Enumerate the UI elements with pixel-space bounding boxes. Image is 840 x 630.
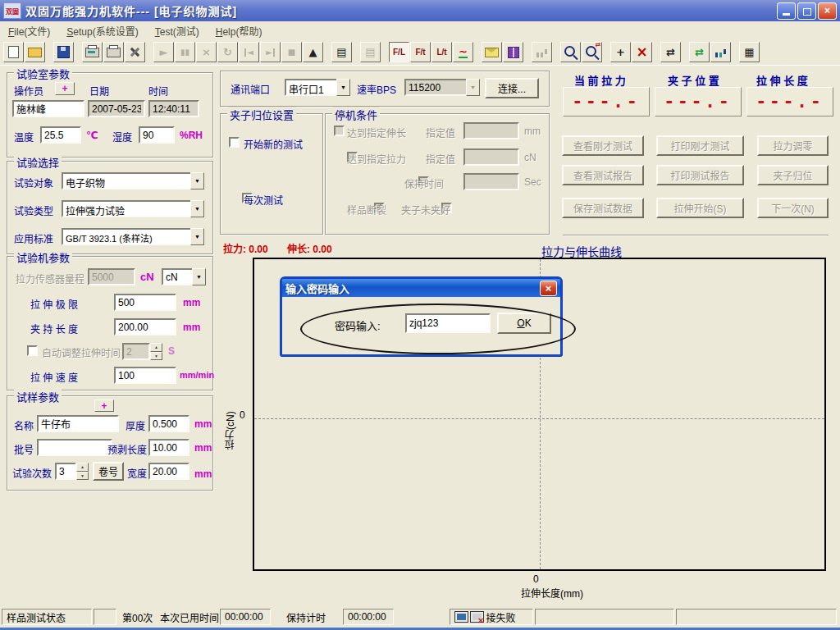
humidity-input[interactable] bbox=[139, 126, 175, 144]
chevron-down-icon[interactable]: ▼ bbox=[466, 79, 480, 96]
zoom-refresh-button[interactable] bbox=[582, 42, 602, 62]
new-button[interactable] bbox=[3, 42, 24, 62]
temp-input[interactable] bbox=[40, 126, 81, 144]
chevron-down-icon[interactable]: ▼ bbox=[190, 228, 204, 245]
grid-button[interactable]: ▦ bbox=[739, 42, 760, 62]
add-specimen-button[interactable]: + bbox=[94, 399, 114, 412]
status-panel-empty bbox=[94, 609, 116, 625]
add-operator-button[interactable]: + bbox=[55, 82, 75, 95]
dialog-title-bar[interactable]: 输入密码输入 × bbox=[282, 279, 560, 297]
menu-file[interactable]: File(文件) bbox=[0, 22, 58, 39]
new-test-label: 开始新的测试 bbox=[244, 137, 303, 151]
test-type-select[interactable]: 拉伸强力试验 ▼ bbox=[62, 200, 204, 217]
spin-down-icon[interactable]: ▼ bbox=[150, 352, 162, 361]
time-field[interactable] bbox=[148, 100, 199, 117]
spin-up-icon[interactable]: ▲ bbox=[76, 463, 89, 472]
go-last-button[interactable]: ► bbox=[260, 42, 281, 62]
auto-adjust-input[interactable] bbox=[122, 343, 150, 360]
transfer-button[interactable]: ⇄ bbox=[660, 42, 681, 62]
curve-color-button[interactable]: ~ bbox=[453, 42, 473, 62]
curve-lt-button[interactable]: L/t bbox=[431, 42, 452, 62]
standard-select[interactable]: GB/T 3923.1 (条样法) ▼ bbox=[62, 228, 204, 245]
clamp-home-button[interactable]: 夹子归位 bbox=[757, 165, 829, 185]
print-preview-button[interactable] bbox=[82, 42, 103, 62]
go-first-button[interactable]: ◄ bbox=[239, 42, 259, 62]
chevron-down-icon[interactable]: ▼ bbox=[336, 79, 350, 96]
print-report-button[interactable]: 打印测试报告 bbox=[656, 165, 744, 185]
view-report-button[interactable]: 查看测试报告 bbox=[562, 165, 644, 185]
curve-ft-button[interactable]: F/t bbox=[410, 42, 431, 62]
spin-down-icon[interactable]: ▼ bbox=[76, 472, 89, 481]
dialog-close-button[interactable]: × bbox=[540, 281, 557, 296]
print-last-test-button[interactable]: 打印刚才测试 bbox=[656, 135, 744, 156]
properties-button[interactable]: ▤ bbox=[360, 42, 381, 62]
test-count-spinner[interactable]: ▲▼ bbox=[76, 463, 89, 480]
new-test-checkbox[interactable] bbox=[229, 137, 240, 148]
width-input[interactable] bbox=[148, 463, 189, 480]
stretch-limit-input[interactable] bbox=[114, 294, 176, 311]
tools-button[interactable] bbox=[125, 42, 145, 62]
save-test-data-button[interactable]: 保存测试数据 bbox=[562, 198, 644, 218]
baud-select[interactable]: 115200 ▼ bbox=[404, 79, 480, 96]
restore-button[interactable] bbox=[797, 2, 816, 20]
date-field[interactable] bbox=[88, 100, 145, 117]
chevron-down-icon[interactable]: ▼ bbox=[192, 268, 206, 285]
peel-length-input[interactable] bbox=[148, 439, 189, 456]
cancel-button[interactable]: × bbox=[196, 42, 217, 62]
hold-time-input[interactable] bbox=[463, 173, 519, 190]
menu-setup[interactable]: Setup(系统设置) bbox=[58, 22, 146, 39]
force-unit: cN bbox=[524, 152, 536, 163]
minimize-button[interactable] bbox=[777, 2, 796, 20]
stretch-speed-input[interactable] bbox=[114, 367, 176, 384]
zoom-button[interactable] bbox=[560, 42, 581, 62]
test-object-select[interactable]: 电子织物 ▼ bbox=[62, 172, 204, 189]
operator-input[interactable] bbox=[12, 100, 84, 117]
delete-button[interactable]: × bbox=[632, 42, 652, 62]
menu-test[interactable]: Test(测试) bbox=[147, 22, 208, 39]
test-count-input[interactable] bbox=[55, 463, 76, 480]
stop-button[interactable]: ■ bbox=[281, 42, 302, 62]
close-button[interactable]: × bbox=[818, 2, 837, 20]
chevron-down-icon[interactable]: ▼ bbox=[190, 172, 204, 189]
menu-help[interactable]: Help(帮助) bbox=[208, 22, 271, 39]
batch-input[interactable] bbox=[37, 439, 112, 456]
open-button[interactable] bbox=[25, 42, 45, 62]
roll-number-button[interactable]: 卷号 bbox=[93, 462, 124, 481]
grip-length-input[interactable] bbox=[114, 318, 176, 336]
force-zero-button[interactable]: 拉力调零 bbox=[757, 135, 829, 156]
spin-up-icon[interactable]: ▲ bbox=[150, 343, 162, 352]
view-last-test-button[interactable]: 查看刚才测试 bbox=[562, 135, 644, 156]
mail-button[interactable] bbox=[482, 42, 502, 62]
sync-button[interactable]: ⇄ bbox=[689, 42, 710, 62]
force-target-input[interactable] bbox=[463, 148, 519, 166]
start-stretch-button[interactable]: 拉伸开始(S) bbox=[656, 198, 744, 218]
reach-elongation-checkbox[interactable] bbox=[334, 126, 345, 136]
help-book-button[interactable] bbox=[503, 42, 523, 62]
print-button[interactable] bbox=[103, 42, 124, 62]
refresh-button[interactable]: ↻ bbox=[217, 42, 238, 62]
sensor-range-input[interactable] bbox=[88, 268, 135, 285]
comm-port-select[interactable]: 串行口1 ▼ bbox=[285, 79, 350, 96]
password-input[interactable] bbox=[405, 313, 491, 333]
auto-adjust-checkbox[interactable] bbox=[27, 345, 38, 356]
column-stats-button[interactable] bbox=[710, 42, 731, 62]
add-button[interactable]: + bbox=[610, 42, 631, 62]
report-button[interactable]: ▤ bbox=[331, 42, 352, 62]
ok-button[interactable]: OK bbox=[497, 313, 551, 334]
sensor-unit-select[interactable]: cN ▼ bbox=[162, 268, 206, 285]
pause-button[interactable]: ▮▮ bbox=[175, 42, 195, 62]
thickness-input[interactable] bbox=[148, 415, 189, 432]
up-button[interactable]: ▲ bbox=[303, 42, 323, 62]
auto-adjust-spinner[interactable]: ▲▼ bbox=[150, 343, 162, 360]
status-text: 本次已用时间 bbox=[160, 610, 219, 624]
elongation-target-input[interactable] bbox=[463, 122, 519, 139]
curve-fl-button[interactable]: F/L bbox=[389, 42, 409, 62]
selected-value: cN bbox=[162, 268, 192, 285]
stats-button[interactable] bbox=[532, 42, 552, 62]
play-button[interactable]: ► bbox=[153, 42, 174, 62]
next-test-button[interactable]: 下一次(N) bbox=[757, 198, 829, 218]
connect-button[interactable]: 连接... bbox=[485, 78, 539, 98]
chevron-down-icon[interactable]: ▼ bbox=[190, 200, 204, 217]
name-input[interactable] bbox=[37, 415, 119, 432]
save-button[interactable] bbox=[53, 42, 74, 62]
